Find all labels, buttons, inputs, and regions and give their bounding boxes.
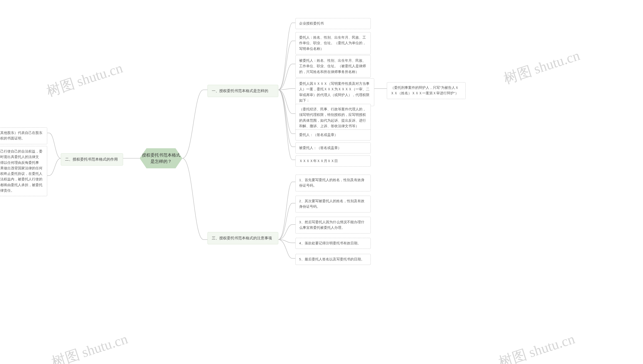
leaf-node[interactable]: ＸＸＸＸ年ＸＸ月ＸＸ日 [295,156,371,167]
watermark: 树图 shutu.cn [496,329,577,364]
leaf-node[interactable]: 委托他人代表自己行使自己的合法权益，委托人在行使权力时需出具委托人的法律文书。而… [0,146,47,196]
leaf-text: 1、首先要写委托人的姓名，性别及有效身份证号码。 [299,178,364,187]
leaf-node[interactable]: 委托人因ＸＸＸＸ（写明案件性质及对方当事人）一案，委托ＸＸＸ为ＸＸＸＸ（一审、二… [295,78,374,106]
branch-1-label: 一、授权委托书范本格式是怎样的 [212,89,268,93]
leaf-text: ＸＸＸＸ年ＸＸ月ＸＸ日 [299,159,338,163]
leaf-text: 2、其次要写被委托人的姓名，性别及有效身份证号码。 [299,199,364,208]
leaf-text: 企业授权委托书 [299,22,324,25]
leaf-node[interactable]: （委托刑事案件的辩护人，只写"为被告人ＸＸＸ（姓名）ＸＸＸ一案第Ｘ审进行辩护"） [387,82,466,99]
leaf-node[interactable]: 4、落款处要记得注明委托书有效日期。 [295,238,371,249]
leaf-node[interactable]: 企业授权委托书 [295,18,371,29]
leaf-node[interactable]: 2、其次要写被委托人的姓名，性别及有效身份证号码。 [295,196,371,212]
branch-3-label: 三、授权委托书范本格式的注意事项 [212,236,272,240]
leaf-node[interactable]: 委托人：（签名或盖章） [295,129,371,140]
leaf-node[interactable]: 5、最后委托人签名以及写委托书的日期。 [295,254,371,265]
leaf-text: 5、最后委托人签名以及写委托书的日期。 [299,257,364,261]
leaf-text: 委托人：姓名、性别、出生年月、民族、工作单位、职业、住址。（委托人为单位的，写明… [299,36,366,51]
leaf-text: （委托经济、民事、行政等案件代理人的，须写明代理权限，特别授权的，应写明授权的具… [299,107,366,128]
leaf-node[interactable]: 被委托人：（签名或盖章） [295,142,371,154]
leaf-text: 委托他人代表自己行使自己的合法权益，委托人在行使权力时需出具委托人的法律文书。而… [0,150,42,192]
branch-node-1[interactable]: 一、授权委托书范本格式是怎样的 [207,85,278,97]
leaf-node[interactable]: 委托人：姓名、性别、出生年月、民族、工作单位、职业、住址。（委托人为单位的，写明… [295,32,371,54]
watermark: 树图 shutu.cn [501,46,582,88]
leaf-node[interactable]: 1、首先要写委托人的姓名，性别及有效身份证号码。 [295,175,371,191]
watermark: 树图 shutu.cn [44,58,125,101]
leaf-node[interactable]: 被委托人：姓名、性别、出生年月、民族、工作单位、职业、住址。（被委托人是律师的，… [295,55,371,78]
watermark: 树图 shutu.cn [49,329,130,364]
root-title: 授权委托书范本格式是怎样的？ [141,152,181,165]
leaf-text: 4、落款处要记得注明委托书有效日期。 [299,241,361,245]
leaf-text: 3、然后写委托人因为什么情况不能办理什么事宜将委托被委托人办理。 [299,220,364,230]
branch-2-label: 二、授权委托书范本格式的作用 [65,157,118,161]
leaf-node[interactable]: （委托经济、民事、行政等案件代理人的，须写明代理权限，特别授权的，应写明授权的具… [295,104,371,132]
leaf-node[interactable]: 3、然后写委托人因为什么情况不能办理什么事宜将委托被委托人办理。 [295,217,371,234]
leaf-text: （委托刑事案件的辩护人，只写"为被告人ＸＸＸ（姓名）ＸＸＸ一案第Ｘ审进行辩护"） [391,86,459,95]
leaf-text: 委托人因ＸＸＸＸ（写明案件性质及对方当事人）一案，委托ＸＸＸ为ＸＸＸＸ（一审、二… [299,82,369,102]
branch-node-3[interactable]: 三、授权委托书范本格式的注意事项 [207,232,278,244]
root-node[interactable]: 授权委托书范本格式是怎样的？ [140,148,182,168]
leaf-text: 委托人：（签名或盖章） [299,133,338,137]
mindmap-canvas: 树图 shutu.cn 树图 shutu.cn 树图 shutu.cn 树图 s… [0,0,643,364]
branch-node-2[interactable]: 二、授权委托书范本格式的作用 [61,153,123,166]
leaf-text: 股东委托他人（其他股东）代表自己在股东大会上行使投票权的书面证明。 [0,131,42,140]
leaf-text: 被委托人：（签名或盖章） [299,146,341,150]
leaf-node[interactable]: 股东委托他人（其他股东）代表自己在股东大会上行使投票权的书面证明。 [0,127,47,144]
leaf-text: 被委托人：姓名、性别、出生年月、民族、工作单位、职业、住址。（被委托人是律师的，… [299,59,366,74]
